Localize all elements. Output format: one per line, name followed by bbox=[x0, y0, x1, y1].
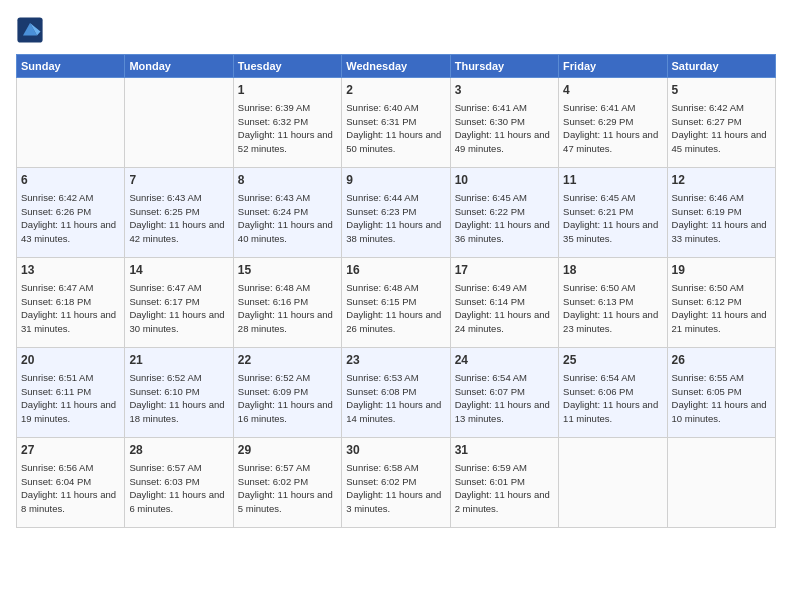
cell-info: Sunrise: 6:50 AMSunset: 6:13 PMDaylight:… bbox=[563, 281, 662, 336]
calendar-week-row: 6Sunrise: 6:42 AMSunset: 6:26 PMDaylight… bbox=[17, 168, 776, 258]
calendar-cell: 22Sunrise: 6:52 AMSunset: 6:09 PMDayligh… bbox=[233, 348, 341, 438]
calendar-week-row: 13Sunrise: 6:47 AMSunset: 6:18 PMDayligh… bbox=[17, 258, 776, 348]
cell-info: Sunrise: 6:49 AMSunset: 6:14 PMDaylight:… bbox=[455, 281, 554, 336]
calendar-cell: 7Sunrise: 6:43 AMSunset: 6:25 PMDaylight… bbox=[125, 168, 233, 258]
cell-info: Sunrise: 6:56 AMSunset: 6:04 PMDaylight:… bbox=[21, 461, 120, 516]
page-header bbox=[16, 16, 776, 44]
calendar-cell: 5Sunrise: 6:42 AMSunset: 6:27 PMDaylight… bbox=[667, 78, 775, 168]
day-number: 17 bbox=[455, 262, 554, 279]
calendar-cell: 31Sunrise: 6:59 AMSunset: 6:01 PMDayligh… bbox=[450, 438, 558, 528]
day-number: 29 bbox=[238, 442, 337, 459]
cell-info: Sunrise: 6:55 AMSunset: 6:05 PMDaylight:… bbox=[672, 371, 771, 426]
calendar-week-row: 27Sunrise: 6:56 AMSunset: 6:04 PMDayligh… bbox=[17, 438, 776, 528]
calendar-cell bbox=[667, 438, 775, 528]
cell-info: Sunrise: 6:57 AMSunset: 6:02 PMDaylight:… bbox=[238, 461, 337, 516]
logo bbox=[16, 16, 48, 44]
day-number: 14 bbox=[129, 262, 228, 279]
calendar-cell: 6Sunrise: 6:42 AMSunset: 6:26 PMDaylight… bbox=[17, 168, 125, 258]
day-number: 20 bbox=[21, 352, 120, 369]
calendar-cell: 23Sunrise: 6:53 AMSunset: 6:08 PMDayligh… bbox=[342, 348, 450, 438]
cell-info: Sunrise: 6:54 AMSunset: 6:06 PMDaylight:… bbox=[563, 371, 662, 426]
weekday-header: Sunday bbox=[17, 55, 125, 78]
weekday-header: Saturday bbox=[667, 55, 775, 78]
day-number: 9 bbox=[346, 172, 445, 189]
calendar-cell: 29Sunrise: 6:57 AMSunset: 6:02 PMDayligh… bbox=[233, 438, 341, 528]
calendar-cell: 26Sunrise: 6:55 AMSunset: 6:05 PMDayligh… bbox=[667, 348, 775, 438]
calendar-cell: 24Sunrise: 6:54 AMSunset: 6:07 PMDayligh… bbox=[450, 348, 558, 438]
calendar-cell: 15Sunrise: 6:48 AMSunset: 6:16 PMDayligh… bbox=[233, 258, 341, 348]
cell-info: Sunrise: 6:47 AMSunset: 6:18 PMDaylight:… bbox=[21, 281, 120, 336]
calendar-cell: 27Sunrise: 6:56 AMSunset: 6:04 PMDayligh… bbox=[17, 438, 125, 528]
cell-info: Sunrise: 6:39 AMSunset: 6:32 PMDaylight:… bbox=[238, 101, 337, 156]
day-number: 8 bbox=[238, 172, 337, 189]
day-number: 27 bbox=[21, 442, 120, 459]
calendar-cell: 18Sunrise: 6:50 AMSunset: 6:13 PMDayligh… bbox=[559, 258, 667, 348]
day-number: 1 bbox=[238, 82, 337, 99]
day-number: 16 bbox=[346, 262, 445, 279]
day-number: 19 bbox=[672, 262, 771, 279]
cell-info: Sunrise: 6:41 AMSunset: 6:29 PMDaylight:… bbox=[563, 101, 662, 156]
cell-info: Sunrise: 6:46 AMSunset: 6:19 PMDaylight:… bbox=[672, 191, 771, 246]
cell-info: Sunrise: 6:52 AMSunset: 6:09 PMDaylight:… bbox=[238, 371, 337, 426]
calendar: SundayMondayTuesdayWednesdayThursdayFrid… bbox=[16, 54, 776, 528]
cell-info: Sunrise: 6:51 AMSunset: 6:11 PMDaylight:… bbox=[21, 371, 120, 426]
day-number: 5 bbox=[672, 82, 771, 99]
day-number: 3 bbox=[455, 82, 554, 99]
day-number: 31 bbox=[455, 442, 554, 459]
calendar-cell: 12Sunrise: 6:46 AMSunset: 6:19 PMDayligh… bbox=[667, 168, 775, 258]
calendar-cell: 1Sunrise: 6:39 AMSunset: 6:32 PMDaylight… bbox=[233, 78, 341, 168]
calendar-cell bbox=[559, 438, 667, 528]
weekday-header: Monday bbox=[125, 55, 233, 78]
logo-icon bbox=[16, 16, 44, 44]
cell-info: Sunrise: 6:45 AMSunset: 6:21 PMDaylight:… bbox=[563, 191, 662, 246]
cell-info: Sunrise: 6:53 AMSunset: 6:08 PMDaylight:… bbox=[346, 371, 445, 426]
calendar-cell: 8Sunrise: 6:43 AMSunset: 6:24 PMDaylight… bbox=[233, 168, 341, 258]
cell-info: Sunrise: 6:43 AMSunset: 6:25 PMDaylight:… bbox=[129, 191, 228, 246]
calendar-cell: 3Sunrise: 6:41 AMSunset: 6:30 PMDaylight… bbox=[450, 78, 558, 168]
weekday-header: Thursday bbox=[450, 55, 558, 78]
calendar-cell: 14Sunrise: 6:47 AMSunset: 6:17 PMDayligh… bbox=[125, 258, 233, 348]
cell-info: Sunrise: 6:40 AMSunset: 6:31 PMDaylight:… bbox=[346, 101, 445, 156]
day-number: 30 bbox=[346, 442, 445, 459]
day-number: 22 bbox=[238, 352, 337, 369]
day-number: 24 bbox=[455, 352, 554, 369]
calendar-cell: 20Sunrise: 6:51 AMSunset: 6:11 PMDayligh… bbox=[17, 348, 125, 438]
weekday-row: SundayMondayTuesdayWednesdayThursdayFrid… bbox=[17, 55, 776, 78]
cell-info: Sunrise: 6:47 AMSunset: 6:17 PMDaylight:… bbox=[129, 281, 228, 336]
weekday-header: Wednesday bbox=[342, 55, 450, 78]
cell-info: Sunrise: 6:52 AMSunset: 6:10 PMDaylight:… bbox=[129, 371, 228, 426]
day-number: 11 bbox=[563, 172, 662, 189]
day-number: 12 bbox=[672, 172, 771, 189]
day-number: 7 bbox=[129, 172, 228, 189]
calendar-body: 1Sunrise: 6:39 AMSunset: 6:32 PMDaylight… bbox=[17, 78, 776, 528]
day-number: 2 bbox=[346, 82, 445, 99]
calendar-cell: 16Sunrise: 6:48 AMSunset: 6:15 PMDayligh… bbox=[342, 258, 450, 348]
day-number: 21 bbox=[129, 352, 228, 369]
cell-info: Sunrise: 6:54 AMSunset: 6:07 PMDaylight:… bbox=[455, 371, 554, 426]
calendar-cell: 28Sunrise: 6:57 AMSunset: 6:03 PMDayligh… bbox=[125, 438, 233, 528]
calendar-cell: 4Sunrise: 6:41 AMSunset: 6:29 PMDaylight… bbox=[559, 78, 667, 168]
day-number: 26 bbox=[672, 352, 771, 369]
day-number: 18 bbox=[563, 262, 662, 279]
calendar-cell: 30Sunrise: 6:58 AMSunset: 6:02 PMDayligh… bbox=[342, 438, 450, 528]
cell-info: Sunrise: 6:45 AMSunset: 6:22 PMDaylight:… bbox=[455, 191, 554, 246]
calendar-cell: 25Sunrise: 6:54 AMSunset: 6:06 PMDayligh… bbox=[559, 348, 667, 438]
calendar-cell: 17Sunrise: 6:49 AMSunset: 6:14 PMDayligh… bbox=[450, 258, 558, 348]
cell-info: Sunrise: 6:57 AMSunset: 6:03 PMDaylight:… bbox=[129, 461, 228, 516]
cell-info: Sunrise: 6:48 AMSunset: 6:15 PMDaylight:… bbox=[346, 281, 445, 336]
calendar-cell: 9Sunrise: 6:44 AMSunset: 6:23 PMDaylight… bbox=[342, 168, 450, 258]
cell-info: Sunrise: 6:42 AMSunset: 6:27 PMDaylight:… bbox=[672, 101, 771, 156]
cell-info: Sunrise: 6:42 AMSunset: 6:26 PMDaylight:… bbox=[21, 191, 120, 246]
calendar-cell bbox=[125, 78, 233, 168]
day-number: 13 bbox=[21, 262, 120, 279]
cell-info: Sunrise: 6:41 AMSunset: 6:30 PMDaylight:… bbox=[455, 101, 554, 156]
day-number: 15 bbox=[238, 262, 337, 279]
calendar-cell: 13Sunrise: 6:47 AMSunset: 6:18 PMDayligh… bbox=[17, 258, 125, 348]
cell-info: Sunrise: 6:48 AMSunset: 6:16 PMDaylight:… bbox=[238, 281, 337, 336]
calendar-cell: 19Sunrise: 6:50 AMSunset: 6:12 PMDayligh… bbox=[667, 258, 775, 348]
calendar-cell bbox=[17, 78, 125, 168]
calendar-cell: 21Sunrise: 6:52 AMSunset: 6:10 PMDayligh… bbox=[125, 348, 233, 438]
calendar-cell: 10Sunrise: 6:45 AMSunset: 6:22 PMDayligh… bbox=[450, 168, 558, 258]
calendar-week-row: 1Sunrise: 6:39 AMSunset: 6:32 PMDaylight… bbox=[17, 78, 776, 168]
cell-info: Sunrise: 6:59 AMSunset: 6:01 PMDaylight:… bbox=[455, 461, 554, 516]
